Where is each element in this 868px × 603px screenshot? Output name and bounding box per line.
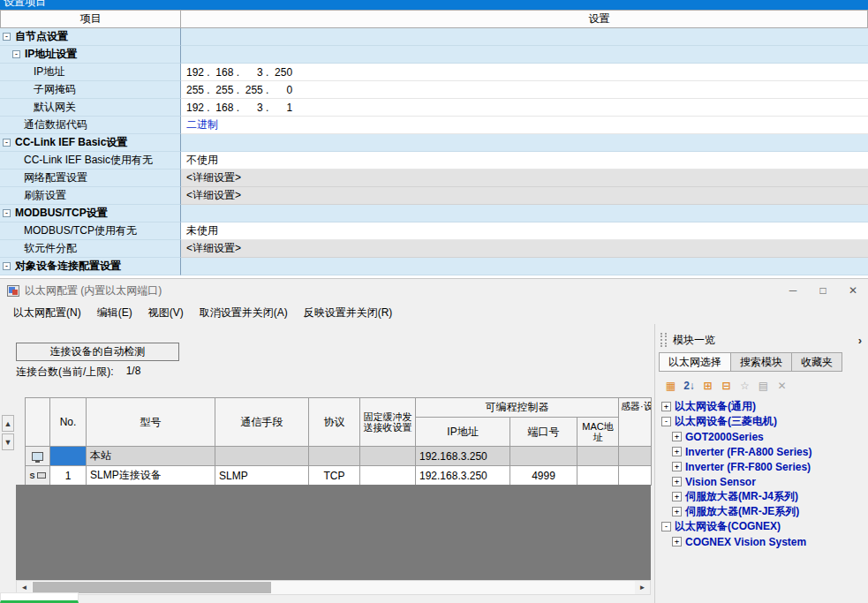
paste-icon[interactable]: ▤ [754,377,773,395]
close-list-icon[interactable]: ✕ [773,377,791,395]
cell-buffer[interactable] [360,447,416,466]
setting-item-cell[interactable]: CC-Link IEF Basic使用有无 [0,152,181,170]
cell-icon[interactable]: S [26,466,50,486]
module-item-label: Vision Sensor [685,476,756,488]
menu-item[interactable]: 以太网配置(N) [5,303,89,323]
setting-item-cell[interactable]: 软元件分配 [0,240,181,258]
menu-item[interactable]: 视图(V) [140,303,192,323]
tab-收藏夹[interactable]: 收藏夹 [791,352,842,372]
setting-value-cell[interactable]: 192 . 168 . 3 . 250 [181,64,868,81]
module-panel-header[interactable]: 模块一览 › [658,330,868,350]
cell-mac[interactable] [577,466,619,486]
setting-value-cell[interactable]: 255 . 255 . 255 . 0 [181,81,868,99]
setting-value-cell[interactable]: 二进制 [181,117,868,134]
tree-expander-icon[interactable]: + [672,477,682,486]
setting-value-cell[interactable]: <详细设置> [181,187,868,205]
cell-ip[interactable]: 192.168.3.250 [416,447,510,466]
collapse-tree-icon[interactable]: ⊟ [717,377,736,395]
tree-expander-icon[interactable]: + [672,462,682,471]
setting-item-cell[interactable]: -CC-Link IEF Basic设置 [0,134,181,152]
setting-item-cell[interactable]: -对象设备连接配置设置 [0,258,181,275]
module-list-item[interactable]: +Vision Sensor [658,474,868,489]
move-station-down-button[interactable]: ▼ [2,433,14,450]
tree-expander-icon[interactable]: - [3,209,11,217]
tree-expander-icon[interactable]: - [3,33,11,41]
panel-collapse-button[interactable]: › [852,334,868,347]
settings-row: 默认网关192 . 168 . 3 . 1 [0,99,868,117]
setting-value-cell[interactable]: <详细设置> [181,170,868,187]
setting-item-cell[interactable]: 通信数据代码 [0,117,181,134]
module-list-item[interactable]: +Inverter (FR-A800 Series) [658,444,868,459]
cell-icon[interactable] [26,447,50,466]
menu-item[interactable]: 编辑(E) [89,303,140,323]
setting-item-cell[interactable]: 默认网关 [0,99,181,117]
cell-no[interactable]: 1 [50,466,87,486]
minimize-button[interactable]: ─ [778,279,808,302]
cell-ip[interactable]: 192.168.3.250 [416,466,510,486]
cell-comm[interactable]: SLMP [215,466,309,486]
tab-搜索模块[interactable]: 搜索模块 [730,352,792,372]
menu-item[interactable]: 取消设置并关闭(A) [192,303,296,323]
horizontal-scrollbar[interactable]: ◄ ► [16,580,651,595]
sort-order-icon[interactable]: 2↓ [680,377,698,395]
expand-tree-icon[interactable]: ⊞ [698,377,717,395]
tree-expander-icon[interactable]: - [3,139,11,147]
close-button[interactable]: ✕ [838,279,868,302]
auto-detect-button[interactable]: 连接设备的自动检测 [16,343,179,361]
tree-expander-icon[interactable]: + [672,447,682,456]
tree-expander-icon[interactable]: - [3,262,11,270]
setting-item-cell[interactable]: 子网掩码 [0,81,181,99]
tree-expander-icon[interactable]: + [672,492,682,501]
cell-port[interactable] [510,447,577,466]
cell-protocol[interactable] [309,447,360,466]
setting-value-cell[interactable]: 192 . 168 . 3 . 1 [181,99,868,117]
module-list-item[interactable]: +COGNEX Vision System [658,534,868,549]
module-list-item[interactable]: +GOT2000Series [658,429,868,444]
setting-item-cell[interactable]: -自节点设置 [0,28,181,46]
maximize-button[interactable]: □ [808,279,838,302]
setting-value-cell[interactable]: <详细设置> [181,240,868,258]
tab-以太网选择[interactable]: 以太网选择 [659,352,731,372]
cell-model[interactable]: 本站 [87,447,215,466]
cell-sensor[interactable] [619,447,652,466]
setting-item-cell[interactable]: IP地址 [0,64,181,81]
setting-item-cell[interactable]: 刷新设置 [0,187,181,205]
module-list-item[interactable]: +伺服放大器(MR-J4系列) [658,489,868,504]
setting-item-label: IP地址 [34,64,64,79]
cell-model[interactable]: SLMP连接设备 [87,466,215,486]
scroll-right-button[interactable]: ► [635,581,650,594]
cell-sensor[interactable] [619,466,652,486]
tree-expander-icon[interactable]: + [672,432,682,441]
setting-item-cell[interactable]: 网络配置设置 [0,170,181,187]
module-list-item[interactable]: +Inverter (FR-F800 Series) [658,459,868,474]
cell-mac[interactable] [577,447,619,466]
favorite-icon[interactable]: ☆ [736,377,754,395]
panel-splitter[interactable] [654,324,655,603]
column-header-setting: 设置 [181,10,868,28]
module-list-item[interactable]: +以太网设备(通用) [658,399,868,414]
setting-value-cell[interactable]: 未使用 [181,222,868,240]
menu-item[interactable]: 反映设置并关闭(R) [296,303,401,323]
cell-no[interactable] [50,447,87,466]
setting-item-cell[interactable]: -MODBUS/TCP设置 [0,205,181,222]
setting-item-cell[interactable]: -IP地址设置 [0,46,181,64]
move-station-up-button[interactable]: ▲ [2,415,14,432]
tree-expander-icon[interactable]: - [12,50,20,58]
tree-expander-icon[interactable]: + [672,537,682,546]
tree-expander-icon[interactable]: + [661,402,671,411]
setting-item-cell[interactable]: MODBUS/TCP使用有无 [0,222,181,240]
module-list-item[interactable]: +伺服放大器(MR-JE系列) [658,504,868,519]
cell-protocol[interactable]: TCP [309,466,360,486]
module-list-item[interactable]: -以太网设备(三菱电机) [658,414,868,429]
module-image-view-icon[interactable]: ▦ [661,377,680,395]
cell-buffer[interactable] [360,466,416,486]
tree-expander-icon[interactable]: - [661,417,671,426]
cell-comm[interactable] [215,447,309,466]
panel-grip-icon[interactable] [660,333,667,347]
cell-port[interactable]: 4999 [510,466,577,486]
tree-expander-icon[interactable]: + [672,507,682,516]
tree-expander-icon[interactable]: - [661,522,671,531]
window-titlebar[interactable]: 以太网配置 (内置以太网端口) ─ □ ✕ [0,278,868,303]
module-list-item[interactable]: -以太网设备(COGNEX) [658,519,868,534]
setting-value-cell[interactable]: 不使用 [181,152,868,170]
